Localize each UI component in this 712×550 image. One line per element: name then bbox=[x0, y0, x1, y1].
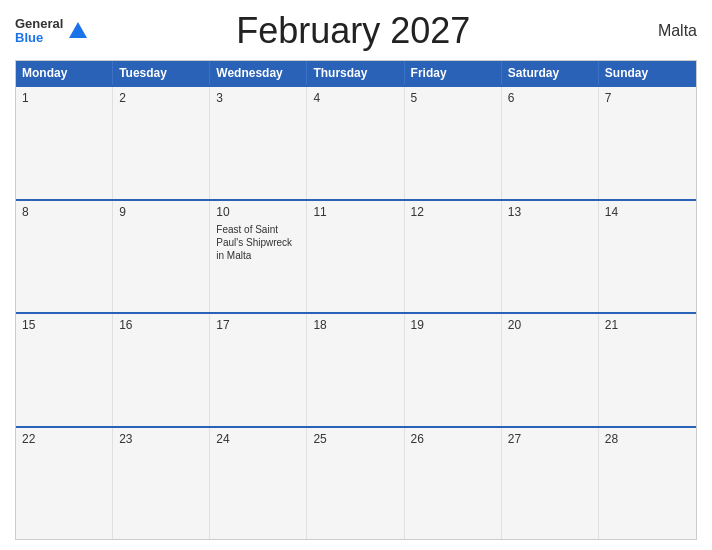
day-number: 25 bbox=[313, 432, 397, 446]
logo-blue: Blue bbox=[15, 31, 63, 45]
day-cell-14: 14 bbox=[599, 201, 696, 313]
day-cell-20: 20 bbox=[502, 314, 599, 426]
header-day-saturday: Saturday bbox=[502, 61, 599, 85]
day-cell-6: 6 bbox=[502, 87, 599, 199]
day-number: 20 bbox=[508, 318, 592, 332]
day-cell-7: 7 bbox=[599, 87, 696, 199]
day-number: 21 bbox=[605, 318, 690, 332]
day-cell-21: 21 bbox=[599, 314, 696, 426]
day-cell-3: 3 bbox=[210, 87, 307, 199]
day-number: 10 bbox=[216, 205, 300, 219]
day-number: 12 bbox=[411, 205, 495, 219]
week-row-4: 22232425262728 bbox=[16, 426, 696, 540]
day-number: 17 bbox=[216, 318, 300, 332]
day-cell-22: 22 bbox=[16, 428, 113, 540]
day-cell-27: 27 bbox=[502, 428, 599, 540]
day-cell-8: 8 bbox=[16, 201, 113, 313]
day-cell-26: 26 bbox=[405, 428, 502, 540]
day-number: 9 bbox=[119, 205, 203, 219]
day-number: 23 bbox=[119, 432, 203, 446]
week-row-2: 8910Feast of Saint Paul's Shipwreck in M… bbox=[16, 199, 696, 313]
day-cell-23: 23 bbox=[113, 428, 210, 540]
calendar-body: 12345678910Feast of Saint Paul's Shipwre… bbox=[16, 85, 696, 539]
day-number: 26 bbox=[411, 432, 495, 446]
day-cell-10: 10Feast of Saint Paul's Shipwreck in Mal… bbox=[210, 201, 307, 313]
logo-icon bbox=[67, 20, 89, 42]
header-day-monday: Monday bbox=[16, 61, 113, 85]
day-cell-24: 24 bbox=[210, 428, 307, 540]
day-number: 18 bbox=[313, 318, 397, 332]
day-number: 28 bbox=[605, 432, 690, 446]
day-number: 16 bbox=[119, 318, 203, 332]
day-cell-9: 9 bbox=[113, 201, 210, 313]
day-number: 13 bbox=[508, 205, 592, 219]
week-row-1: 1234567 bbox=[16, 85, 696, 199]
page-title: February 2027 bbox=[236, 10, 470, 52]
day-number: 1 bbox=[22, 91, 106, 105]
day-number: 5 bbox=[411, 91, 495, 105]
week-row-3: 15161718192021 bbox=[16, 312, 696, 426]
day-cell-2: 2 bbox=[113, 87, 210, 199]
header-day-friday: Friday bbox=[405, 61, 502, 85]
day-cell-18: 18 bbox=[307, 314, 404, 426]
logo-text: General Blue bbox=[15, 17, 63, 46]
day-cell-17: 17 bbox=[210, 314, 307, 426]
day-number: 4 bbox=[313, 91, 397, 105]
logo: General Blue bbox=[15, 17, 89, 46]
day-cell-11: 11 bbox=[307, 201, 404, 313]
day-number: 2 bbox=[119, 91, 203, 105]
header-day-sunday: Sunday bbox=[599, 61, 696, 85]
header-day-wednesday: Wednesday bbox=[210, 61, 307, 85]
day-number: 24 bbox=[216, 432, 300, 446]
svg-marker-0 bbox=[69, 22, 87, 38]
day-number: 15 bbox=[22, 318, 106, 332]
calendar: MondayTuesdayWednesdayThursdayFridaySatu… bbox=[15, 60, 697, 540]
day-cell-4: 4 bbox=[307, 87, 404, 199]
day-cell-13: 13 bbox=[502, 201, 599, 313]
day-number: 6 bbox=[508, 91, 592, 105]
day-number: 7 bbox=[605, 91, 690, 105]
day-number: 19 bbox=[411, 318, 495, 332]
day-cell-28: 28 bbox=[599, 428, 696, 540]
day-cell-5: 5 bbox=[405, 87, 502, 199]
day-number: 27 bbox=[508, 432, 592, 446]
day-number: 11 bbox=[313, 205, 397, 219]
day-cell-19: 19 bbox=[405, 314, 502, 426]
page: General Blue February 2027 Malta MondayT… bbox=[0, 0, 712, 550]
day-number: 3 bbox=[216, 91, 300, 105]
event-label: Feast of Saint Paul's Shipwreck in Malta bbox=[216, 223, 300, 262]
day-number: 22 bbox=[22, 432, 106, 446]
header-day-thursday: Thursday bbox=[307, 61, 404, 85]
day-number: 8 bbox=[22, 205, 106, 219]
header-day-tuesday: Tuesday bbox=[113, 61, 210, 85]
day-cell-16: 16 bbox=[113, 314, 210, 426]
day-number: 14 bbox=[605, 205, 690, 219]
logo-general: General bbox=[15, 17, 63, 31]
header: General Blue February 2027 Malta bbox=[15, 10, 697, 52]
calendar-header: MondayTuesdayWednesdayThursdayFridaySatu… bbox=[16, 61, 696, 85]
day-cell-15: 15 bbox=[16, 314, 113, 426]
day-cell-1: 1 bbox=[16, 87, 113, 199]
day-cell-12: 12 bbox=[405, 201, 502, 313]
country-label: Malta bbox=[617, 22, 697, 40]
day-cell-25: 25 bbox=[307, 428, 404, 540]
